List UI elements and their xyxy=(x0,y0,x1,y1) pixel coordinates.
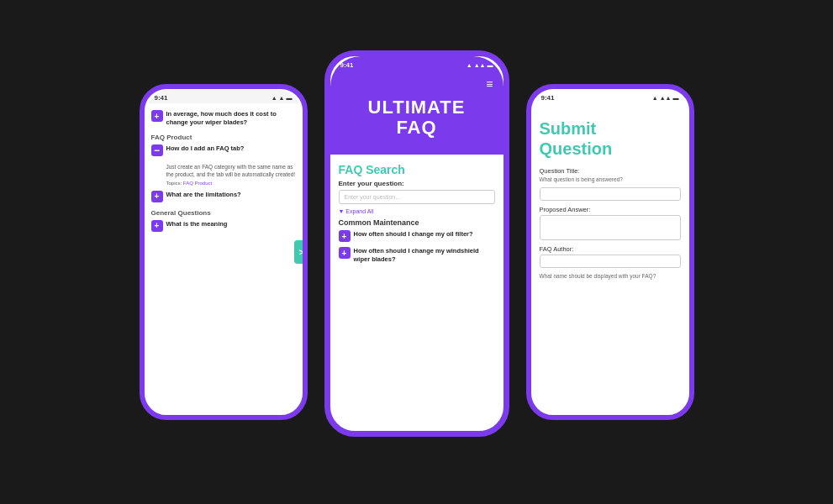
right-status-icons: ▲ ▲▲ ▬ xyxy=(652,95,679,101)
form-textarea-2[interactable] xyxy=(540,215,681,240)
search-placeholder: Enter your question... xyxy=(345,194,401,200)
list-item: + How often should I change my oil filte… xyxy=(339,230,495,242)
center-body: FAQ Search Enter your question: Enter yo… xyxy=(330,155,503,277)
center-title-line2: FAQ xyxy=(340,118,493,138)
faq-q-c2: How often should I change my windshield … xyxy=(354,247,495,264)
center-title-line1: ULTIMATE xyxy=(340,97,493,118)
right-body: Submit Question Question Title: What que… xyxy=(531,103,689,293)
phone-left: 9:41 ▲ ▲ ▬ + In average, how much does i… xyxy=(140,84,308,420)
hamburger-menu[interactable]: ≡ xyxy=(340,77,493,91)
left-body: + In average, how much does it cost to c… xyxy=(145,103,303,245)
center-status-bar: 9:41 ▲ ▲▲ ▬ xyxy=(330,56,503,71)
faq-question-text-3: What are the limitations? xyxy=(166,191,241,199)
left-signal-icon: ▲ xyxy=(272,95,277,101)
submit-title-line1: Submit xyxy=(540,118,681,139)
right-battery-icon: ▬ xyxy=(673,95,679,101)
section-label-faq-product: FAQ Product xyxy=(151,134,296,141)
faq-topics-value: FAQ Product xyxy=(183,181,212,186)
arrow-button[interactable]: > xyxy=(294,240,303,264)
phone-center: 9:41 ▲ ▲▲ ▬ ≡ ULTIMATE FAQ FAQ Search En… xyxy=(324,50,509,437)
right-wifi-icon: ▲▲ xyxy=(660,95,672,101)
center-battery-icon: ▬ xyxy=(488,62,493,68)
section-label-general: General Questions xyxy=(151,209,296,217)
faq-topics: Topics: FAQ Product xyxy=(166,181,296,186)
left-wifi-icon: ▲ xyxy=(279,95,285,101)
faq-question-text-4: What is the meaning xyxy=(166,220,228,228)
list-item-expanded: − How do I add an FAQ tab? xyxy=(151,144,296,156)
submit-title-line2: Question xyxy=(540,139,681,159)
search-label: Enter your question: xyxy=(339,180,495,187)
center-signal-icon: ▲ xyxy=(467,62,472,68)
phone-right: 9:41 ▲ ▲▲ ▬ Submit Question Question Tit… xyxy=(526,84,694,420)
phone-left-screen: 9:41 ▲ ▲ ▬ + In average, how much does i… xyxy=(145,89,303,415)
plus-icon-c1[interactable]: + xyxy=(339,230,351,242)
phone-right-screen: 9:41 ▲ ▲▲ ▬ Submit Question Question Tit… xyxy=(531,89,689,415)
form-label-1: Question Title: xyxy=(540,167,681,175)
left-status-icons: ▲ ▲ ▬ xyxy=(272,95,293,101)
form-input-3[interactable] xyxy=(540,255,681,268)
left-battery-icon: ▬ xyxy=(287,95,293,101)
list-item-3: + What are the limitations? xyxy=(151,191,296,202)
category-label: Common Maintenance xyxy=(339,218,495,227)
plus-icon[interactable]: + xyxy=(151,110,163,122)
plus-icon-3[interactable]: + xyxy=(151,191,163,202)
list-item-2: + How often should I change my windshiel… xyxy=(339,247,495,264)
minus-icon[interactable]: − xyxy=(151,144,163,156)
faq-search-heading: FAQ Search xyxy=(339,163,495,176)
right-status-bar: 9:41 ▲ ▲▲ ▬ xyxy=(531,89,689,103)
faq-answer-text: Just create an FAQ category with the sam… xyxy=(166,163,296,178)
form-sublabel-1: What question is being answered? xyxy=(540,176,681,183)
form-sublabel-3: What name should be displayed with your … xyxy=(540,273,681,280)
left-status-time: 9:41 xyxy=(155,94,168,102)
phones-container: 9:41 ▲ ▲ ▬ + In average, how much does i… xyxy=(123,34,711,470)
left-status-bar: 9:41 ▲ ▲ ▬ xyxy=(145,89,303,103)
right-status-time: 9:41 xyxy=(541,94,555,102)
submit-title: Submit Question xyxy=(540,112,681,159)
faq-q-c1: How often should I change my oil filter? xyxy=(354,230,473,239)
plus-icon-c2[interactable]: + xyxy=(339,247,351,259)
faq-question-text-2: How do I add an FAQ tab? xyxy=(166,144,245,153)
phone-center-screen: 9:41 ▲ ▲▲ ▬ ≡ ULTIMATE FAQ FAQ Search En… xyxy=(330,56,503,431)
center-header: ≡ ULTIMATE FAQ xyxy=(330,71,503,155)
plus-icon-4[interactable]: + xyxy=(151,220,163,232)
form-label-2: Proposed Answer: xyxy=(540,206,681,213)
center-wifi-icon: ▲▲ xyxy=(474,62,486,68)
search-input-display[interactable]: Enter your question... xyxy=(339,190,495,204)
center-status-time: 9:41 xyxy=(340,61,354,69)
expand-all-btn[interactable]: ▼ Expand All xyxy=(339,208,495,214)
form-input-1[interactable] xyxy=(540,187,681,201)
list-item: + In average, how much does it cost to c… xyxy=(151,110,296,127)
list-item-4: + What is the meaning xyxy=(151,220,296,232)
center-title: ULTIMATE FAQ xyxy=(340,97,493,138)
form-label-3: FAQ Author: xyxy=(540,245,681,253)
faq-question-text: In average, how much does it cost to cha… xyxy=(166,110,296,127)
right-signal-icon: ▲ xyxy=(652,95,658,101)
center-status-icons: ▲ ▲▲ ▬ xyxy=(467,62,493,68)
